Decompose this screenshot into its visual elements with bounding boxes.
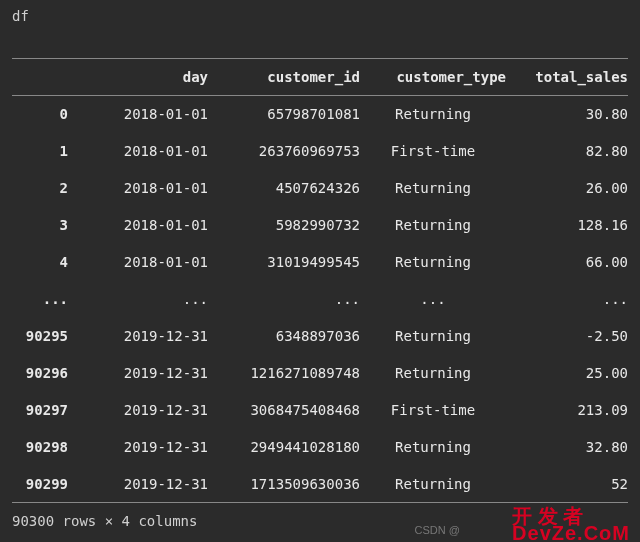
table-row: 902972019-12-313068475408468First-time21… (12, 392, 628, 429)
row-index: ... (12, 281, 76, 318)
row-index: 0 (12, 96, 76, 133)
table-row: 32018-01-015982990732Returning128.16 (12, 207, 628, 244)
input-cell-label: df (12, 8, 628, 24)
cell-total-sales: 30.80 (506, 96, 628, 133)
cell-customer-id: 1216271089748 (208, 355, 360, 392)
attribution-text: CSDN @ (415, 524, 460, 536)
cell-customer-id: 263760969753 (208, 133, 360, 170)
row-index: 90295 (12, 318, 76, 355)
cell-day: 2019-12-31 (76, 318, 208, 355)
cell-day: 2019-12-31 (76, 392, 208, 429)
cell-customer-id: 31019499545 (208, 244, 360, 281)
cell-day: 2018-01-01 (76, 207, 208, 244)
cell-customer-id: 65798701081 (208, 96, 360, 133)
cell-day: 2019-12-31 (76, 466, 208, 503)
cell-customer-type: First-time (360, 133, 506, 170)
col-header-day: day (76, 59, 208, 96)
table-row: 22018-01-014507624326Returning26.00 (12, 170, 628, 207)
cell-customer-type: ... (360, 281, 506, 318)
row-index: 4 (12, 244, 76, 281)
row-index: 2 (12, 170, 76, 207)
cell-day: 2019-12-31 (76, 355, 208, 392)
row-index: 3 (12, 207, 76, 244)
cell-customer-type: Returning (360, 429, 506, 466)
cell-customer-type: Returning (360, 170, 506, 207)
cell-total-sales: 52 (506, 466, 628, 503)
row-index: 90299 (12, 466, 76, 503)
cell-day: 2018-01-01 (76, 133, 208, 170)
table-row: 902952019-12-316348897036Returning-2.50 (12, 318, 628, 355)
table-row: 902962019-12-311216271089748Returning25.… (12, 355, 628, 392)
cell-total-sales: 213.09 (506, 392, 628, 429)
cell-day: 2019-12-31 (76, 429, 208, 466)
row-index: 90297 (12, 392, 76, 429)
cell-total-sales: 66.00 (506, 244, 628, 281)
cell-customer-type: Returning (360, 96, 506, 133)
cell-customer-type: Returning (360, 207, 506, 244)
table-row: 02018-01-0165798701081Returning30.80 (12, 96, 628, 133)
cell-day: 2018-01-01 (76, 170, 208, 207)
table-row: 902992019-12-311713509630036Returning52 (12, 466, 628, 503)
cell-customer-id: 4507624326 (208, 170, 360, 207)
cell-customer-type: First-time (360, 392, 506, 429)
table-row: 902982019-12-312949441028180Returning32.… (12, 429, 628, 466)
watermark: 开 发 者 DevZe.CoM (512, 508, 630, 542)
table-row: ............... (12, 281, 628, 318)
cell-customer-id: ... (208, 281, 360, 318)
col-header-total-sales: total_sales (506, 59, 628, 96)
cell-customer-type: Returning (360, 355, 506, 392)
cell-customer-type: Returning (360, 244, 506, 281)
table-row: 12018-01-01263760969753First-time82.80 (12, 133, 628, 170)
row-index: 90296 (12, 355, 76, 392)
cell-customer-type: Returning (360, 318, 506, 355)
col-header-customer-type: customer_type (360, 59, 506, 96)
cell-customer-type: Returning (360, 466, 506, 503)
cell-day: 2018-01-01 (76, 244, 208, 281)
index-header (12, 59, 76, 96)
cell-total-sales: ... (506, 281, 628, 318)
row-index: 90298 (12, 429, 76, 466)
dataframe-table: day customer_id customer_type total_sale… (12, 58, 628, 503)
watermark-line2: DevZe.CoM (512, 525, 630, 542)
header-row: day customer_id customer_type total_sale… (12, 59, 628, 96)
cell-total-sales: 25.00 (506, 355, 628, 392)
cell-total-sales: 128.16 (506, 207, 628, 244)
col-header-customer-id: customer_id (208, 59, 360, 96)
cell-total-sales: 26.00 (506, 170, 628, 207)
cell-customer-id: 5982990732 (208, 207, 360, 244)
table-row: 42018-01-0131019499545Returning66.00 (12, 244, 628, 281)
cell-total-sales: 82.80 (506, 133, 628, 170)
cell-customer-id: 1713509630036 (208, 466, 360, 503)
cell-day: 2018-01-01 (76, 96, 208, 133)
cell-total-sales: -2.50 (506, 318, 628, 355)
cell-customer-id: 2949441028180 (208, 429, 360, 466)
cell-customer-id: 3068475408468 (208, 392, 360, 429)
cell-customer-id: 6348897036 (208, 318, 360, 355)
row-index: 1 (12, 133, 76, 170)
cell-day: ... (76, 281, 208, 318)
cell-total-sales: 32.80 (506, 429, 628, 466)
